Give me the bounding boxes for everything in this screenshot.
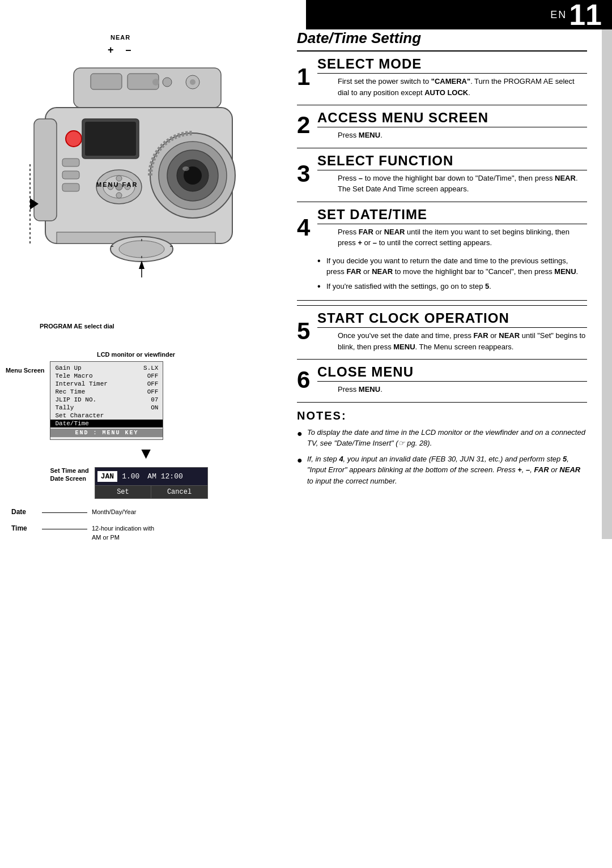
step-6-header: 6 Close Menu Press MENU.	[297, 364, 587, 395]
svg-point-23	[116, 193, 122, 198]
step-5-header: 5 Start Clock Operation Once you've set …	[297, 310, 587, 352]
right-panel: Date/Time Setting 1 Select Mode First se…	[283, 29, 601, 509]
svg-point-6	[152, 79, 159, 85]
step-4-title-block: Set Date/Time Press FAR or NEAR until th…	[317, 207, 587, 249]
notes-section: Notes: ● To display the date and time in…	[297, 403, 587, 498]
set-time-date-row: Set Time and Date Screen JAN 1.00 AM 12:…	[50, 467, 207, 499]
plus-minus-label: + –	[108, 44, 136, 56]
en-label: EN	[550, 9, 567, 21]
page-title: Date/Time Setting	[297, 29, 587, 52]
time-dash	[42, 529, 87, 529]
svg-rect-17	[62, 171, 79, 179]
arrow-down: ▼	[84, 444, 207, 463]
time-desc: 12-hour indication withAM or PM	[92, 524, 154, 542]
step-4-bullets: • If you decide you want to return the d…	[297, 251, 587, 301]
near-label: NEAR	[110, 34, 130, 41]
date-time-annotations: Date Month/Day/Year Time 12-hour indicat…	[11, 508, 266, 542]
time-label: Time	[11, 524, 40, 532]
camera-illustration	[28, 62, 255, 306]
step-6-title-block: Close Menu Press MENU.	[317, 364, 587, 395]
set-time-date-label1: Set Time and	[50, 467, 88, 474]
svg-rect-14	[34, 119, 57, 221]
step-5-heading: Start Clock Operation	[317, 310, 587, 328]
step-1-title-block: Select Mode First set the power switch t…	[317, 56, 587, 98]
step-4-heading: Set Date/Time	[317, 207, 587, 224]
step-1-number: 1	[297, 65, 315, 89]
menu-row-tally: Tally ON	[50, 404, 163, 412]
svg-point-13	[182, 166, 189, 171]
set-cancel-row: Set Cancel	[95, 485, 207, 498]
camera-area: NEAR + –	[17, 34, 266, 362]
step-1-heading: Select Mode	[317, 56, 587, 74]
set-time-date-label2: Date Screen	[50, 475, 88, 482]
step-1-section: 1 Select Mode First set the power switch…	[297, 52, 587, 105]
sidebar-accent	[602, 29, 612, 539]
time-value2: AM 12:00	[145, 471, 185, 482]
step-2-header: 2 Access Menu Screen Press MENU.	[297, 110, 587, 141]
jan-value: JAN	[97, 471, 117, 482]
step-3-header: 3 Select Function Press – to move the hi…	[297, 153, 587, 195]
header-bar: EN 11	[306, 0, 612, 29]
step-6-number: 6	[297, 368, 315, 392]
step-1-header: 1 Select Mode First set the power switch…	[297, 56, 587, 98]
step-4-bullet-2: • If you're satisfied with the settings,…	[317, 281, 587, 293]
set-button[interactable]: Set	[95, 486, 152, 498]
lcd-title: LCD monitor or viewfinder	[6, 351, 266, 358]
menu-screen-label-container: Menu Screen	[6, 361, 44, 374]
step-2-number: 2	[297, 113, 315, 137]
menu-box: Gain Up S.LX Tele Macro OFF Interval Tim…	[50, 361, 163, 440]
svg-rect-1	[91, 74, 122, 89]
set-time-box: JAN 1.00 AM 12:00 Set Cancel	[95, 467, 208, 499]
page-number: 11	[569, 0, 602, 29]
svg-rect-16	[62, 159, 79, 166]
time-value1: 1.00	[120, 471, 142, 482]
cancel-button[interactable]: Cancel	[151, 486, 207, 498]
step-2-heading: Access Menu Screen	[317, 110, 587, 127]
step-2-body: Press MENU.	[317, 130, 587, 141]
date-dash	[42, 512, 87, 513]
menu-screen-label: Menu Screen	[6, 367, 44, 374]
svg-point-21	[116, 176, 122, 181]
menu-end-bar: END : MENU KEY	[50, 429, 163, 437]
step-2-title-block: Access Menu Screen Press MENU.	[317, 110, 587, 141]
step-2-section: 2 Access Menu Screen Press MENU.	[297, 105, 587, 148]
step-6-heading: Close Menu	[317, 364, 587, 382]
svg-point-32	[119, 241, 164, 258]
menu-far-label: MENU FAR	[96, 181, 138, 188]
step-5-number: 5	[297, 319, 315, 343]
step-4-section: 4 Set Date/Time Press FAR or NEAR until …	[297, 202, 587, 306]
svg-point-4	[190, 79, 196, 85]
menu-row-gainup: Gain Up S.LX	[50, 364, 163, 372]
step-1-body: First set the power switch to "CAMERA". …	[317, 76, 587, 98]
menu-row-rectime: Rec Time OFF	[50, 388, 163, 396]
step-3-body: Press – to move the highlight bar down t…	[317, 173, 587, 195]
step-4-bullet-1: • If you decide you want to return the d…	[317, 255, 587, 277]
step-5-section: 5 Start Clock Operation Once you've set …	[297, 306, 587, 360]
notes-item-2: ● If, in step 4, you input an invalid da…	[297, 454, 587, 487]
menu-row-telemacro: Tele Macro OFF	[50, 372, 163, 380]
date-desc: Month/Day/Year	[92, 508, 136, 516]
menu-row-datetime-highlighted: Date/Time	[50, 420, 163, 427]
step-3-heading: Select Function	[317, 153, 587, 170]
notes-item-1: ● To display the date and time in the LC…	[297, 427, 587, 449]
program-ae-label: PROGRAM AE select dial	[40, 323, 114, 330]
set-time-date-label-block: Set Time and Date Screen	[50, 467, 88, 483]
step-3-title-block: Select Function Press – to move the high…	[317, 153, 587, 195]
svg-point-15	[66, 131, 82, 147]
menu-row-jlip: JLIP ID NO. 07	[50, 396, 163, 404]
step-6-body: Press MENU.	[317, 384, 587, 395]
step-5-body: Once you've set the date and time, press…	[317, 330, 587, 352]
step-3-section: 3 Select Function Press – to move the hi…	[297, 148, 587, 202]
svg-rect-29	[85, 122, 136, 156]
lcd-layout: Menu Screen Gain Up S.LX Tele Macro OFF …	[6, 361, 266, 499]
step-3-number: 3	[297, 162, 315, 186]
step-4-body: Press FAR or NEAR until the item you wan…	[317, 226, 587, 249]
date-annotation: Date Month/Day/Year	[11, 508, 266, 516]
step-4-header: 4 Set Date/Time Press FAR or NEAR until …	[297, 207, 587, 249]
time-annotation: Time 12-hour indication withAM or PM	[11, 524, 266, 542]
svg-rect-18	[62, 183, 79, 191]
menu-row-intervaltimer: Interval Timer OFF	[50, 380, 163, 388]
step-6-section: 6 Close Menu Press MENU.	[297, 360, 587, 403]
lcd-monitor-section: LCD monitor or viewfinder Menu Screen Ga…	[6, 351, 266, 550]
step-4-number: 4	[297, 216, 315, 240]
